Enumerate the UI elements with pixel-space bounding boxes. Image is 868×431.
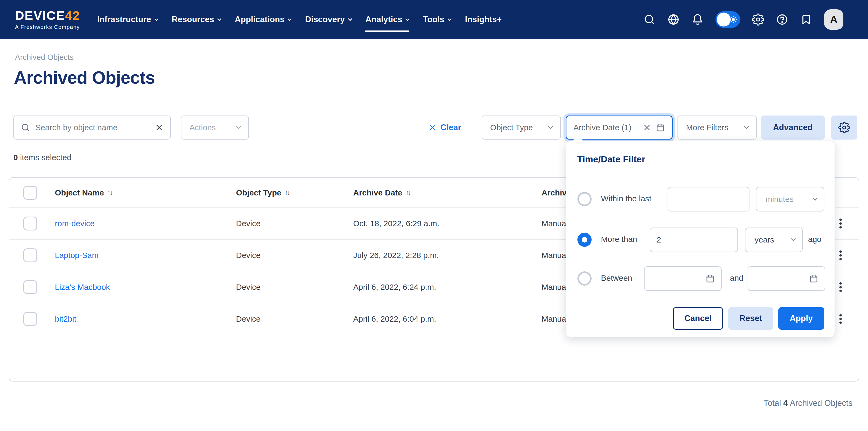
search-input[interactable] <box>35 123 155 132</box>
sort-icon: ↑↓ <box>107 189 112 197</box>
row-menu-kebab-icon[interactable] <box>838 311 843 327</box>
user-avatar[interactable]: A <box>824 9 843 30</box>
gear-icon <box>838 122 850 133</box>
settings-gear-icon[interactable] <box>752 13 764 26</box>
nav-item-insights[interactable]: Insights+ <box>465 0 502 39</box>
within-last-radio[interactable] <box>578 192 592 206</box>
sort-icon: ↑↓ <box>405 189 410 197</box>
column-header-object-type[interactable]: Object Type↑↓ <box>236 188 289 197</box>
nav-item-resources[interactable]: Resources <box>172 0 221 39</box>
advanced-button[interactable]: Advanced <box>761 115 825 139</box>
archive-date-filter[interactable]: Archive Date (1) <box>566 115 673 139</box>
more-than-radio[interactable] <box>578 233 592 247</box>
clear-filters-button[interactable]: Clear <box>428 115 461 139</box>
bookmark-icon[interactable] <box>800 13 812 26</box>
device42-logo[interactable]: DEVICE42 A Freshworks Company <box>15 9 80 30</box>
popup-title: Time/Date Filter <box>577 154 645 164</box>
within-last-value-field <box>668 187 749 211</box>
between-label[interactable]: Between <box>601 273 632 283</box>
globe-icon[interactable] <box>667 13 680 26</box>
more-filters-dropdown[interactable]: More Filters <box>678 115 757 139</box>
chevron-down-icon <box>813 196 817 201</box>
brand-tagline: A Freshworks Company <box>15 24 80 30</box>
cancel-button[interactable]: Cancel <box>673 307 723 330</box>
brand-name: DEVICE <box>15 8 65 23</box>
between-to-input[interactable] <box>754 274 809 283</box>
search-box <box>13 115 171 139</box>
chevron-down-icon <box>154 16 159 21</box>
archived-by-cell: Manual <box>541 219 568 228</box>
column-header-archive-date[interactable]: Archive Date↑↓ <box>353 188 410 197</box>
row-menu-kebab-icon[interactable] <box>838 279 843 295</box>
column-header-object-name[interactable]: Object Name↑↓ <box>55 188 112 197</box>
object-name-link[interactable]: rom-device <box>55 219 94 228</box>
object-name-link[interactable]: Liza's Macbook <box>55 283 110 292</box>
page-title: Archived Objects <box>14 67 155 88</box>
top-navbar: DEVICE42 A Freshworks Company Infrastruc… <box>0 0 868 39</box>
notifications-bell-icon[interactable] <box>691 13 704 26</box>
object-type-cell: Device <box>236 219 260 228</box>
and-label: and <box>730 273 743 283</box>
row-menu-kebab-icon[interactable] <box>838 216 843 232</box>
help-icon[interactable] <box>776 13 788 26</box>
archive-date-cell: Oct. 18, 2022, 6:29 a.m. <box>353 219 439 228</box>
object-type-cell: Device <box>236 251 260 260</box>
archive-date-cell: April 6, 2022, 6:24 p.m. <box>353 283 436 292</box>
nav-item-analytics[interactable]: Analytics <box>366 0 409 39</box>
chevron-down-icon <box>791 236 796 241</box>
theme-toggle[interactable] <box>715 11 740 28</box>
nav-item-discovery[interactable]: Discovery <box>305 0 351 39</box>
apply-button[interactable]: Apply <box>778 307 824 330</box>
search-icon <box>21 123 30 132</box>
between-radio[interactable] <box>578 271 592 286</box>
toolbar: Actions Clear Object Type Archive Date (… <box>0 115 868 139</box>
object-type-cell: Device <box>236 283 260 292</box>
row-checkbox[interactable] <box>23 217 37 230</box>
nav-item-infrastructure[interactable]: Infrastructure <box>97 0 158 39</box>
remove-filter-x-icon[interactable] <box>643 124 651 132</box>
table-settings-button[interactable] <box>831 115 857 139</box>
object-type-cell: Device <box>236 314 260 324</box>
row-checkbox[interactable] <box>23 312 37 326</box>
between-from-input[interactable] <box>651 274 706 283</box>
total-count: Total 4 Archived Objects <box>764 398 852 408</box>
chevron-down-icon <box>217 16 221 21</box>
nav-item-tools[interactable]: Tools <box>423 0 451 39</box>
object-name-link[interactable]: bit2bit <box>55 314 76 324</box>
within-last-label[interactable]: Within the last <box>601 194 651 203</box>
sort-icon: ↑↓ <box>284 189 289 197</box>
more-than-unit-select[interactable]: years <box>745 228 803 252</box>
chevron-down-icon <box>348 16 352 21</box>
chevron-down-icon <box>405 16 410 21</box>
toggle-knob <box>717 12 731 27</box>
row-checkbox[interactable] <box>23 280 37 294</box>
breadcrumb[interactable]: Archived Objects <box>15 53 73 62</box>
object-name-link[interactable]: Laptop-Sam <box>55 251 98 260</box>
search-icon[interactable] <box>643 13 655 26</box>
calendar-icon[interactable] <box>809 274 818 283</box>
archive-date-cell: April 6, 2022, 6:04 p.m. <box>353 314 436 324</box>
clear-search-icon[interactable] <box>155 124 163 132</box>
chevron-down-icon <box>236 124 241 129</box>
more-than-value-input[interactable] <box>657 235 731 244</box>
brand-number: 42 <box>65 8 80 23</box>
archived-by-cell: Manual <box>541 283 568 292</box>
within-last-value-input[interactable] <box>675 195 743 204</box>
calendar-icon[interactable] <box>706 274 715 283</box>
archived-by-cell: Manual <box>541 314 568 324</box>
reset-button[interactable]: Reset <box>728 307 773 330</box>
row-menu-kebab-icon[interactable] <box>838 247 843 263</box>
row-checkbox[interactable] <box>23 248 37 262</box>
chevron-down-icon <box>288 16 292 21</box>
chevron-down-icon <box>447 16 452 21</box>
selection-count: 0 items selected <box>13 153 71 162</box>
select-all-checkbox[interactable] <box>23 186 37 200</box>
ago-label: ago <box>808 235 822 244</box>
actions-dropdown[interactable]: Actions <box>181 115 249 139</box>
time-date-filter-popup: Time/Date Filter Within the last minutes… <box>566 141 835 337</box>
more-than-label[interactable]: More than <box>601 235 637 244</box>
object-type-filter[interactable]: Object Type <box>482 115 561 139</box>
within-last-unit-select[interactable]: minutes <box>756 187 825 211</box>
nav-item-applications[interactable]: Applications <box>235 0 291 39</box>
chevron-down-icon <box>548 124 553 129</box>
